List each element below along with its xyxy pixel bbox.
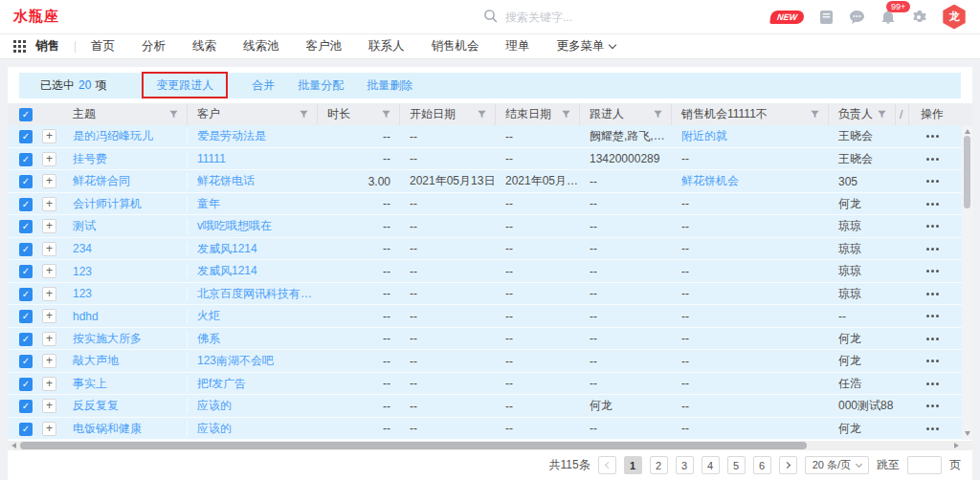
expand-row-button[interactable]: + xyxy=(42,219,56,233)
table-row[interactable]: +123发威风1214----------琼琼 xyxy=(8,260,972,283)
table-row[interactable]: +挂号费11111------13420000289--王晓会 xyxy=(8,148,972,171)
table-row[interactable]: +事实上把f发广告----------任浩 xyxy=(8,373,972,396)
table-row[interactable]: +123北京百度网讯科技有限公司----------琼琼 xyxy=(8,283,972,306)
cell-subject[interactable]: 是的冯绍峰玩儿 xyxy=(63,128,188,144)
scroll-left-arrow-icon[interactable] xyxy=(11,443,16,448)
filter-icon[interactable] xyxy=(381,109,391,120)
cell-opportunity[interactable]: 附近的就 xyxy=(672,128,829,144)
expand-row-button[interactable]: + xyxy=(42,129,56,143)
cell-customer[interactable]: 应该的 xyxy=(188,421,318,437)
cell-customer[interactable]: 童年 xyxy=(188,196,318,212)
horizontal-scroll-thumb[interactable] xyxy=(20,442,807,449)
row-checkbox[interactable] xyxy=(19,153,33,166)
cell-customer[interactable]: 佛系 xyxy=(188,331,318,347)
row-checkbox[interactable] xyxy=(19,310,33,323)
nav-tab[interactable]: 理单 xyxy=(506,38,530,55)
expand-row-button[interactable]: + xyxy=(42,354,56,368)
cell-subject[interactable]: 会计师计算机 xyxy=(63,196,188,212)
row-more-actions-button[interactable] xyxy=(924,356,941,366)
jump-page-input[interactable] xyxy=(907,456,942,474)
table-row[interactable]: +鲜花饼合同鲜花饼电话3.002021年05月13日2021年05月16日--鲜… xyxy=(8,170,972,193)
bulk-action-change-follower[interactable]: 变更跟进人 xyxy=(156,78,213,92)
filter-icon[interactable] xyxy=(653,109,663,120)
cell-subject[interactable]: 234 xyxy=(63,242,188,255)
cell-customer[interactable]: 爱是劳动法是 xyxy=(188,128,318,144)
filter-icon[interactable] xyxy=(561,109,571,120)
page-button-5[interactable]: 5 xyxy=(727,456,746,474)
cell-subject[interactable]: 挂号费 xyxy=(63,151,188,167)
cell-subject[interactable]: 敲大声地 xyxy=(63,353,188,369)
expand-row-button[interactable]: + xyxy=(42,309,56,323)
cell-customer[interactable]: 把f发广告 xyxy=(188,376,318,392)
bell-icon[interactable]: 99+ xyxy=(880,10,896,25)
cell-subject[interactable]: 123 xyxy=(63,265,188,278)
row-checkbox[interactable] xyxy=(19,265,33,278)
nav-tab[interactable]: 联系人 xyxy=(368,38,405,55)
filter-icon[interactable] xyxy=(810,109,820,120)
module-title[interactable]: 销售 xyxy=(35,38,59,55)
page-button-3[interactable]: 3 xyxy=(676,456,694,474)
cell-subject[interactable]: hdhd xyxy=(63,310,188,323)
bulk-action-button[interactable]: 批量分配 xyxy=(298,78,344,92)
cell-subject[interactable]: 事实上 xyxy=(63,376,188,392)
gear-icon[interactable] xyxy=(911,10,926,25)
row-checkbox[interactable] xyxy=(19,220,33,233)
expand-row-button[interactable]: + xyxy=(42,197,56,211)
row-checkbox[interactable] xyxy=(19,243,33,256)
row-checkbox[interactable] xyxy=(19,378,33,391)
page-size-select[interactable]: 20 条/页 xyxy=(805,456,869,474)
row-more-actions-button[interactable] xyxy=(924,154,941,164)
expand-row-button[interactable]: + xyxy=(42,287,56,301)
app-grid-icon[interactable] xyxy=(13,40,26,53)
row-checkbox[interactable] xyxy=(19,175,33,188)
nav-tab[interactable]: 客户池 xyxy=(306,38,343,55)
notebook-icon[interactable] xyxy=(819,10,834,25)
expand-row-button[interactable]: + xyxy=(42,152,56,166)
nav-tab[interactable]: 线索 xyxy=(192,38,216,55)
cell-subject[interactable]: 按实施大所多 xyxy=(63,331,188,347)
cell-customer[interactable]: 11111 xyxy=(188,152,318,165)
cell-opportunity[interactable]: 鲜花饼机会 xyxy=(672,173,829,189)
row-more-actions-button[interactable] xyxy=(924,401,941,411)
table-row[interactable]: +反反复复应该的------何龙--000测试88 xyxy=(8,395,972,418)
row-checkbox[interactable] xyxy=(19,288,33,301)
page-button-6[interactable]: 6 xyxy=(753,456,771,474)
expand-row-button[interactable]: + xyxy=(42,264,56,278)
nav-tab[interactable]: 销售机会 xyxy=(432,38,479,55)
cell-customer[interactable]: v哦吃哦想哦在 xyxy=(188,218,318,234)
table-row[interactable]: +电饭锅和健康应该的----------何龙 xyxy=(8,418,972,441)
table-row[interactable]: +是的冯绍峰玩儿爱是劳动法是------阙耀楚,路飞,韩二二附近的就王晓会 xyxy=(8,125,972,148)
page-button-1[interactable]: 1 xyxy=(624,456,642,474)
cell-subject[interactable]: 电饭锅和健康 xyxy=(63,421,188,437)
expand-row-button[interactable]: + xyxy=(42,242,56,256)
table-row[interactable]: +敲大声地123南湖不会吧----------何龙 xyxy=(8,350,972,373)
row-more-actions-button[interactable] xyxy=(924,289,941,299)
page-button-2[interactable]: 2 xyxy=(650,456,668,474)
cell-customer[interactable]: 应该的 xyxy=(188,398,318,414)
cell-customer[interactable]: 鲜花饼电话 xyxy=(188,173,318,189)
bulk-action-button[interactable]: 合并 xyxy=(252,78,275,92)
row-checkbox[interactable] xyxy=(19,130,33,143)
horizontal-scrollbar[interactable] xyxy=(8,441,972,450)
expand-row-button[interactable]: + xyxy=(42,377,56,391)
search-input[interactable] xyxy=(505,11,649,24)
nav-tab[interactable]: 首页 xyxy=(91,38,115,55)
row-more-actions-button[interactable] xyxy=(924,311,941,321)
cell-customer[interactable]: 发威风1214 xyxy=(188,241,318,257)
cell-customer[interactable]: 发威风1214 xyxy=(188,263,318,279)
cell-customer[interactable]: 火炬 xyxy=(188,308,318,324)
row-more-actions-button[interactable] xyxy=(924,266,941,276)
bulk-action-button[interactable]: 批量删除 xyxy=(367,78,412,92)
row-checkbox[interactable] xyxy=(19,423,33,436)
cell-customer[interactable]: 123南湖不会吧 xyxy=(188,353,318,369)
row-more-actions-button[interactable] xyxy=(924,244,941,254)
more-menu-button[interactable]: 更多菜单 xyxy=(557,38,615,55)
scroll-down-arrow-icon[interactable] xyxy=(965,431,970,436)
expand-row-button[interactable]: + xyxy=(42,399,56,413)
row-checkbox[interactable] xyxy=(19,333,33,346)
row-more-actions-button[interactable] xyxy=(924,199,941,209)
row-more-actions-button[interactable] xyxy=(924,424,941,434)
row-more-actions-button[interactable] xyxy=(924,131,941,142)
cell-subject[interactable]: 鲜花饼合同 xyxy=(63,173,188,189)
user-avatar[interactable]: 龙 xyxy=(942,5,967,30)
